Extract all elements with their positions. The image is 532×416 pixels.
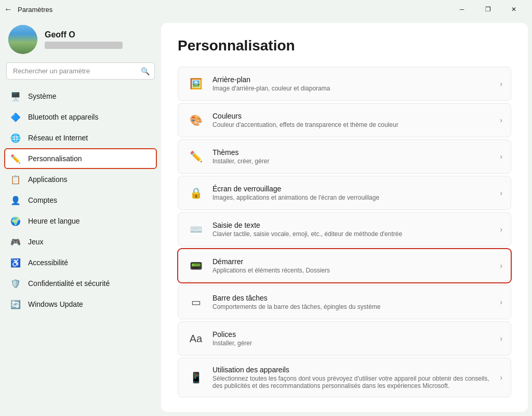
chevron-icon-themes: ›	[500, 152, 502, 161]
settings-list: 🖼️ Arrière-plan Image d'arrière-plan, co…	[178, 67, 511, 397]
settings-text-couleurs: Couleurs Couleur d'accentuation, effets …	[212, 112, 496, 128]
chevron-icon-barre-taches: ›	[500, 298, 502, 306]
chevron-icon-polices: ›	[500, 334, 502, 343]
settings-desc-ecran-verrouillage: Images, applications et animations de l'…	[212, 194, 496, 201]
back-button[interactable]: ←	[4, 5, 12, 14]
window-controls: ─ ❐ ✕	[450, 1, 526, 18]
chevron-icon-arriere-plan: ›	[500, 80, 502, 88]
settings-desc-polices: Installer, gérer	[212, 340, 496, 347]
settings-icon-arriere-plan: 🖼️	[187, 74, 205, 93]
settings-item-saisie-texte[interactable]: ⌨️ Saisie de texte Clavier tactile, sais…	[178, 212, 511, 246]
nav-icon-applications: 📋	[10, 174, 21, 185]
minimize-button[interactable]: ─	[450, 1, 474, 18]
sidebar-item-systeme[interactable]: 🖥️ Système	[4, 86, 157, 107]
nav-icon-comptes: 👤	[10, 195, 21, 205]
settings-title-polices: Polices	[212, 330, 496, 339]
titlebar-title: Paramètres	[18, 6, 52, 14]
settings-title-demarrer: Démarrer	[212, 257, 496, 266]
settings-desc-saisie-texte: Clavier tactile, saisie vocale, emoji, e…	[212, 230, 496, 238]
sidebar-item-windows-update[interactable]: 🔄 Windows Update	[4, 294, 157, 315]
avatar	[8, 25, 37, 54]
settings-title-couleurs: Couleurs	[212, 112, 496, 120]
sidebar-item-jeux[interactable]: 🎮 Jeux	[4, 231, 157, 252]
settings-item-utilisation-appareils[interactable]: 📱 Utilisation des appareils Sélectionnez…	[178, 358, 511, 397]
back-icon: ←	[4, 5, 12, 14]
user-profile: Geoff O	[4, 19, 157, 62]
settings-desc-barre-taches: Comportements de la barre des tâches, ép…	[212, 303, 496, 310]
sidebar-item-confidentialite[interactable]: 🛡️ Confidentialité et sécurité	[4, 273, 157, 294]
settings-item-barre-taches[interactable]: ▭ Barre des tâches Comportements de la b…	[178, 285, 511, 319]
nav-icon-heure: 🌍	[10, 216, 21, 226]
settings-text-demarrer: Démarrer Applications et éléments récent…	[212, 257, 496, 274]
settings-desc-couleurs: Couleur d'accentuation, effets de transp…	[212, 121, 496, 128]
settings-desc-utilisation-appareils: Sélectionnez toutes les façons dont vous…	[212, 375, 496, 389]
settings-title-themes: Thèmes	[212, 148, 496, 157]
page-title: Personnalisation	[178, 37, 511, 54]
chevron-icon-couleurs: ›	[500, 116, 502, 124]
settings-desc-arriere-plan: Image d'arrière-plan, couleur et diapora…	[212, 85, 496, 92]
nav-label-bluetooth: Bluetooth et appareils	[28, 113, 98, 121]
settings-text-utilisation-appareils: Utilisation des appareils Sélectionnez t…	[212, 366, 496, 389]
sidebar-item-heure[interactable]: 🌍 Heure et langue	[4, 211, 157, 231]
nav-label-applications: Applications	[28, 175, 68, 184]
search-input[interactable]	[6, 62, 155, 80]
settings-desc-themes: Installer, créer, gérer	[212, 158, 496, 165]
nav-icon-bluetooth: 🔷	[10, 112, 21, 122]
settings-title-saisie-texte: Saisie de texte	[212, 221, 496, 229]
user-name: Geoff O	[45, 30, 123, 40]
settings-icon-utilisation-appareils: 📱	[187, 368, 205, 387]
app-body: Geoff O 🔍 🖥️ Système 🔷 Bluetooth et appa…	[0, 19, 532, 416]
settings-item-arriere-plan[interactable]: 🖼️ Arrière-plan Image d'arrière-plan, co…	[178, 67, 511, 101]
settings-text-arriere-plan: Arrière-plan Image d'arrière-plan, coule…	[212, 75, 496, 92]
sidebar-item-bluetooth[interactable]: 🔷 Bluetooth et appareils	[4, 107, 157, 127]
settings-title-utilisation-appareils: Utilisation des appareils	[212, 366, 496, 374]
chevron-icon-ecran-verrouillage: ›	[500, 189, 502, 197]
settings-item-ecran-verrouillage[interactable]: 🔒 Écran de verrouillage Images, applicat…	[178, 176, 511, 210]
sidebar-item-comptes[interactable]: 👤 Comptes	[4, 190, 157, 211]
nav-icon-systeme: 🖥️	[10, 91, 21, 101]
nav-icon-confidentialite: 🛡️	[10, 278, 21, 289]
titlebar-left: ← Paramètres	[4, 5, 52, 14]
settings-item-themes[interactable]: ✏️ Thèmes Installer, créer, gérer ›	[178, 139, 511, 174]
settings-icon-saisie-texte: ⌨️	[187, 220, 205, 239]
nav-label-accessibilite: Accessibilité	[28, 258, 68, 267]
settings-desc-demarrer: Applications et éléments récents, Dossie…	[212, 267, 496, 274]
settings-item-demarrer[interactable]: 📟 Démarrer Applications et éléments réce…	[178, 249, 511, 283]
settings-text-saisie-texte: Saisie de texte Clavier tactile, saisie …	[212, 221, 496, 238]
settings-icon-ecran-verrouillage: 🔒	[187, 184, 205, 202]
settings-icon-demarrer: 📟	[187, 256, 205, 275]
nav-label-windows-update: Windows Update	[28, 300, 83, 308]
settings-text-polices: Polices Installer, gérer	[212, 330, 496, 347]
avatar-image	[8, 25, 37, 54]
nav-label-personnalisation: Personnalisation	[28, 154, 82, 163]
settings-title-arriere-plan: Arrière-plan	[212, 75, 496, 84]
nav-label-heure: Heure et langue	[28, 217, 80, 225]
settings-title-barre-taches: Barre des tâches	[212, 294, 496, 302]
settings-item-polices[interactable]: Aa Polices Installer, gérer ›	[178, 321, 511, 356]
settings-title-ecran-verrouillage: Écran de verrouillage	[212, 185, 496, 193]
nav-icon-windows-update: 🔄	[10, 299, 21, 309]
sidebar: Geoff O 🔍 🖥️ Système 🔷 Bluetooth et appa…	[0, 19, 161, 416]
sidebar-item-reseau[interactable]: 🌐 Réseau et Internet	[4, 127, 157, 148]
nav-icon-reseau: 🌐	[10, 133, 21, 143]
user-email	[45, 42, 123, 49]
maximize-button[interactable]: ❐	[476, 1, 500, 18]
settings-icon-couleurs: 🎨	[187, 111, 205, 129]
settings-text-ecran-verrouillage: Écran de verrouillage Images, applicatio…	[212, 185, 496, 201]
nav-icon-accessibilite: ♿	[10, 257, 21, 268]
chevron-icon-demarrer: ›	[500, 262, 502, 270]
search-box: 🔍	[6, 62, 155, 80]
close-button[interactable]: ✕	[502, 1, 526, 18]
nav-icon-jeux: 🎮	[10, 237, 21, 247]
settings-icon-barre-taches: ▭	[187, 293, 205, 311]
settings-text-barre-taches: Barre des tâches Comportements de la bar…	[212, 294, 496, 310]
settings-icon-themes: ✏️	[187, 147, 205, 166]
sidebar-item-personnalisation[interactable]: ✏️ Personnalisation	[4, 148, 157, 169]
sidebar-item-accessibilite[interactable]: ♿ Accessibilité	[4, 252, 157, 273]
settings-icon-polices: Aa	[187, 329, 205, 348]
main-content: Personnalisation 🖼️ Arrière-plan Image d…	[161, 23, 528, 412]
settings-item-couleurs[interactable]: 🎨 Couleurs Couleur d'accentuation, effet…	[178, 103, 511, 137]
search-icon: 🔍	[141, 67, 150, 75]
nav-label-jeux: Jeux	[28, 238, 44, 246]
sidebar-item-applications[interactable]: 📋 Applications	[4, 169, 157, 190]
